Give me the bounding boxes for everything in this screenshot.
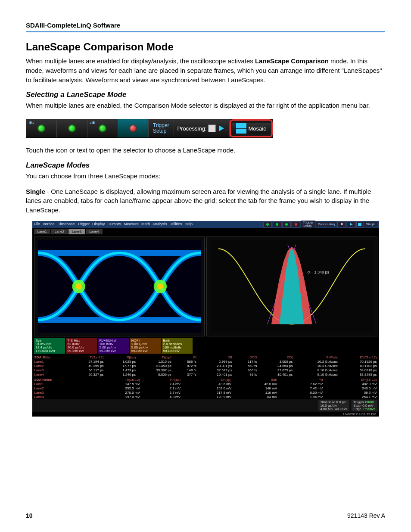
- selecting-paragraph: When multiple lanes are enabled, the Com…: [26, 101, 385, 110]
- play-icon: [219, 125, 224, 131]
- single-text: - One LaneScape is displayed, allowing m…: [26, 188, 371, 214]
- eye-diagram-panel: [34, 236, 205, 336]
- heading-lanescape-comparison: LaneScape Comparison Mode: [26, 41, 385, 53]
- chan-tie: TIE Hist62 #/div20.0 ps/div99.199 kW: [66, 338, 97, 354]
- scope-mode-label: Single: [364, 222, 377, 227]
- processing-label: Processing:: [177, 125, 207, 132]
- lane-select-2-icon: [57, 119, 87, 137]
- heading-lanescape-modes: LaneScape Modes: [26, 161, 385, 170]
- page-footer: 10 921143 Rev A: [26, 512, 385, 519]
- chan-eye: Eye91 mV/div18.4 ps/div179.020 kWf: [34, 338, 65, 354]
- chan-bath: Bath2.0 decades100 mUI/div99.199 kW: [162, 338, 193, 354]
- menu-trigger: Trigger: [78, 222, 90, 226]
- intro-text-a: When multiple lanes are enabled for disp…: [26, 57, 255, 65]
- lane-tab-3: Lane3: [68, 229, 85, 234]
- scope-lane1-icon: [263, 221, 272, 227]
- lane-select-1-icon: ◉₁: [26, 119, 57, 137]
- menu-timebase: Timebase: [58, 222, 75, 226]
- scope-stop-icon: ■: [337, 221, 346, 227]
- menu-analysis: Analysis: [153, 222, 167, 226]
- lane-tab-2: Lane2: [51, 229, 68, 234]
- intro-paragraph: When multiple lanes are enabled for disp…: [26, 56, 385, 84]
- mosaic-icon: [236, 123, 246, 134]
- scope-processing: Processing: [316, 222, 337, 227]
- lane-tab-4: Lane4: [86, 229, 102, 234]
- status-bar: Timebase 0.0 ps 10.0 µs/div 4.00 MS 40 G…: [32, 399, 379, 412]
- scope-trigger-setup: TriggerSetup: [301, 221, 315, 228]
- trigger-box: Trigger 08/08 Stop 0.0 mV Edge Positive: [352, 400, 377, 411]
- jitter-table: SDA JitterTj(1e-12)Rj(sp)Dj(sp)PjISIDCDD…: [32, 355, 379, 377]
- trigger-setup-button: Trigger Setup: [149, 119, 174, 137]
- running-header: SDAIII-CompleteLinQ Software: [26, 22, 385, 32]
- heading-selecting-mode: Selecting a LaneScape Mode: [26, 90, 385, 99]
- modes-intro: You can choose from three LaneScape mode…: [26, 171, 385, 181]
- intro-bold: LaneScape Comparison: [255, 57, 329, 65]
- svg-point-3: [76, 283, 81, 289]
- table-row: Lane127.194 ps1.025 ps1.515 ps888 fs2.99…: [32, 360, 379, 364]
- toolbar-figure: ◉₁ ₁◉ Trigger Setup Processing: Mosaic: [26, 119, 273, 138]
- scope-grids: σ = 1.348 ps: [32, 236, 379, 337]
- table-row: Lane249.259 ps1.977 ps21.450 ps872 fs23.…: [32, 364, 379, 368]
- lane-select-3-icon: ₁◉: [87, 119, 118, 137]
- scope-mode-icon: [356, 221, 363, 227]
- lane-tab-1: Lane1: [34, 229, 50, 234]
- histogram-panel: σ = 1.348 ps: [206, 236, 377, 336]
- table-row: Lane356.117 ps1.473 ps35.397 ps148 fs37.…: [32, 368, 379, 373]
- menu-vertical: Vertical: [43, 222, 56, 226]
- menu-measure: Measure: [124, 222, 139, 226]
- lane-select-4-icon: [118, 119, 149, 137]
- svg-point-4: [157, 283, 163, 289]
- touch-instruction: Touch the icon or text to open the selec…: [26, 146, 385, 155]
- scope-right-controls: TriggerSetup Processing ■ ▶ Single: [263, 221, 377, 228]
- revision: 921143 Rev A: [347, 512, 385, 519]
- mosaic-mode-button: Mosaic: [232, 123, 271, 134]
- channel-descriptors: Eye91 mV/div18.4 ps/div179.020 kWf TIE H…: [32, 337, 379, 355]
- single-label: Single: [26, 188, 45, 195]
- menu-math: Math: [141, 222, 150, 226]
- single-mode-paragraph: Single - One LaneScape is displayed, all…: [26, 187, 385, 215]
- scope-lane3-icon: [282, 221, 291, 227]
- scope-screenshot: FileVerticalTimebaseTriggerDisplayCursor…: [32, 221, 379, 417]
- page-number: 10: [26, 512, 33, 519]
- table-row: Lane3270.0 mV3.7 mV217.8 mV116 mV0.00 mV…: [32, 391, 379, 395]
- trigger-label-2: Setup: [153, 128, 169, 134]
- menu-help: Help: [185, 222, 193, 226]
- menu-file: File: [34, 222, 40, 226]
- menu-cursors: Cursors: [107, 222, 121, 226]
- processing-panel: Processing:: [174, 119, 230, 137]
- mosaic-label: Mosaic: [249, 125, 266, 132]
- sigma-annotation: σ = 1.348 ps: [308, 271, 329, 274]
- noise-table: SDA NoiseTn(1e-12)Rn(sp)Dn(sp)ISInPnEH(1…: [32, 378, 379, 399]
- mode-selector-highlight: Mosaic: [230, 119, 273, 137]
- table-row: Lane1147.5 mV7.4 mV43.6 mV42.8 mV7.62 mV…: [32, 382, 379, 386]
- menu-display: Display: [92, 222, 105, 226]
- scope-lane4-icon: [292, 221, 300, 227]
- scope-lane2-icon: [273, 221, 281, 227]
- table-row: Lane426.327 ps1.246 ps8.806 ps377 fs10.4…: [32, 373, 379, 377]
- timebase-box: Timebase 0.0 ps 10.0 µs/div 4.00 MS 40 G…: [318, 400, 349, 411]
- scope-play-icon: ▶: [347, 221, 355, 227]
- chan-nq: NQFit1.00 Q/div5.00 ps/div99.199 kW: [130, 338, 161, 354]
- chan-rj: RJ+BUHist106 #/div5.00 ps/div99.199 kW: [98, 338, 129, 354]
- timestamp: 11/6/2012 4:01:33 PM: [32, 412, 379, 417]
- table-row: Lane4197.0 mV4.8 mV128.9 mV64 mV1.94 mV2…: [32, 395, 379, 399]
- stop-icon: [208, 124, 216, 132]
- table-row: Lane2252.3 mV7.1 mV152.0 mV146 mV7.42 mV…: [32, 386, 379, 391]
- scope-lane-tabs: Lane1Lane2Lane3Lane4: [32, 228, 379, 236]
- menu-utilities: Utilities: [169, 222, 182, 226]
- scope-menubar: FileVerticalTimebaseTriggerDisplayCursor…: [32, 221, 379, 228]
